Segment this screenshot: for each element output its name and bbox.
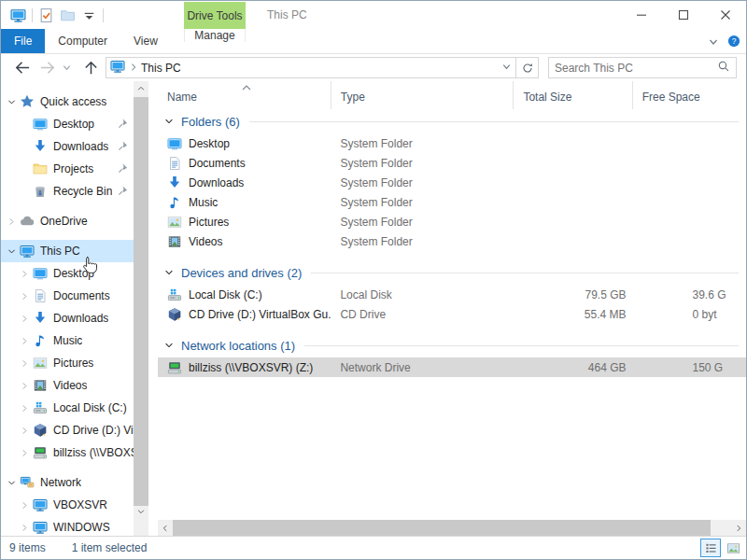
drive-tools-contextual-tab[interactable]: Drive Tools: [184, 2, 246, 29]
sidebar-item-cd-drive-d-vir[interactable]: CD Drive (D:) Vir: [1, 419, 134, 441]
chevron-down-icon[interactable]: [163, 116, 175, 127]
file-name: Documents: [189, 157, 246, 170]
chevron-down-icon[interactable]: [163, 267, 175, 278]
sidebar-item-downloads[interactable]: Downloads: [1, 307, 134, 329]
sidebar-item-documents[interactable]: Documents: [1, 285, 134, 307]
search-input[interactable]: [555, 62, 717, 75]
column-header-total-size[interactable]: Total Size: [514, 81, 632, 109]
sidebar-item-label: Documents: [53, 289, 110, 302]
column-header-type[interactable]: Type: [331, 81, 514, 109]
chev-right-icon: [18, 314, 31, 324]
collapse-ribbon-icon[interactable]: [707, 35, 720, 49]
sidebar-scrollbar[interactable]: [134, 81, 148, 536]
chev-right-icon: [18, 448, 31, 458]
forward-button[interactable]: [36, 59, 59, 77]
up-button[interactable]: [79, 59, 102, 77]
sidebar-item-downloads[interactable]: Downloads: [1, 135, 134, 158]
group-header-devices-and-drives-2[interactable]: Devices and drives (2): [158, 260, 746, 285]
address-dropdown-icon[interactable]: [501, 62, 512, 75]
file-row-documents[interactable]: DocumentsSystem Folder: [158, 153, 746, 173]
breadcrumb[interactable]: This PC: [141, 62, 181, 75]
search-icon[interactable]: [717, 60, 730, 76]
view-toggle-buttons: [700, 539, 743, 557]
separator: [103, 8, 104, 22]
file-row-videos[interactable]: VideosSystem Folder: [158, 231, 746, 251]
sidebar-item-this-pc[interactable]: This PC: [1, 240, 134, 262]
column-header-free-space[interactable]: Free Space: [633, 81, 746, 109]
computer-icon[interactable]: [10, 7, 26, 23]
maximize-button[interactable]: [662, 1, 704, 28]
sidebar-item-music[interactable]: Music: [1, 329, 134, 352]
properties-check-icon[interactable]: [38, 7, 54, 23]
file-name-cell: CD Drive (D:) VirtualBox Gu...: [158, 304, 331, 324]
file-row-pictures[interactable]: PicturesSystem Folder: [158, 212, 746, 231]
back-button[interactable]: [10, 59, 33, 77]
sidebar-item-projects[interactable]: Projects: [1, 158, 134, 180]
file-list-pane: NameTypeTotal SizeFree Space Folders (6)…: [158, 81, 746, 536]
ribbon-tab-row: FileComputerViewManage ?: [1, 29, 746, 54]
sidebar-scrollbar-thumb[interactable]: [134, 97, 148, 506]
group-header-network-locations-1[interactable]: Network locations (1): [158, 333, 746, 357]
new-folder-icon[interactable]: [60, 7, 76, 23]
ribbon-tab-manage[interactable]: Manage: [184, 29, 246, 42]
sidebar-item-desktop[interactable]: Desktop: [1, 113, 134, 135]
scroll-down-icon[interactable]: [134, 504, 148, 519]
scroll-left-icon[interactable]: [158, 520, 173, 536]
file-row-billziss-vboxsvr-z[interactable]: billziss (\\VBOXSVR) (Z:)Network Drive46…: [158, 357, 746, 377]
navigation-bar: This PC: [1, 54, 746, 81]
sidebar-item-onedrive[interactable]: OneDrive: [1, 210, 134, 232]
sidebar-item-quick-access[interactable]: Quick access: [1, 91, 134, 113]
sidebar-item-recycle-bin[interactable]: Recycle Bin: [1, 180, 134, 203]
videos-icon: [167, 234, 182, 249]
file-row-downloads[interactable]: DownloadsSystem Folder: [158, 173, 746, 192]
column-header-name[interactable]: Name: [158, 81, 331, 109]
group-header-folders-6[interactable]: Folders (6): [158, 109, 746, 133]
sidebar-item-videos[interactable]: Videos: [1, 374, 134, 397]
documents-icon: [167, 156, 182, 171]
scroll-right-icon[interactable]: [731, 520, 746, 536]
details-view-button[interactable]: [700, 539, 721, 557]
ribbon-tab-computer[interactable]: Computer: [45, 29, 120, 53]
file-type-cell: System Folder: [331, 133, 513, 153]
file-name-cell: billziss (\\VBOXSVR) (Z:): [158, 357, 331, 377]
file-name: Pictures: [189, 216, 229, 229]
pin-icon: [117, 140, 129, 152]
scroll-up-icon[interactable]: [134, 81, 148, 96]
horizontal-scrollbar-thumb[interactable]: [173, 520, 711, 536]
quick-access-toolbar: [1, 7, 104, 23]
qat-customize-icon[interactable]: [81, 7, 97, 23]
thumbnails-view-button[interactable]: [723, 539, 743, 557]
refresh-button[interactable]: [516, 57, 539, 78]
search-box[interactable]: [548, 57, 737, 78]
address-bar[interactable]: This PC: [106, 57, 516, 78]
file-row-cd-drive-d-virtualbox-gu[interactable]: CD Drive (D:) VirtualBox Gu...CD Drive55…: [158, 304, 746, 324]
sidebar-item-pictures[interactable]: Pictures: [1, 352, 134, 374]
ribbon-tab-view[interactable]: View: [120, 29, 171, 53]
group-label: Network locations (1): [181, 339, 295, 353]
file-row-local-disk-c[interactable]: Local Disk (C:)Local Disk79.5 GB39.6 G: [158, 285, 746, 304]
close-button[interactable]: [704, 1, 746, 28]
free-space-cell: [631, 192, 746, 212]
file-type-cell: System Folder: [331, 212, 513, 231]
help-icon[interactable]: ?: [727, 35, 740, 48]
recent-locations-icon[interactable]: [59, 63, 74, 73]
sidebar-item-local-disk-c[interactable]: Local Disk (C:): [1, 397, 134, 419]
file-row-desktop[interactable]: DesktopSystem Folder: [158, 133, 746, 153]
sidebar-item-network[interactable]: Network: [1, 471, 134, 494]
file-row-music[interactable]: MusicSystem Folder: [158, 192, 746, 212]
file-type-cell: System Folder: [331, 192, 513, 212]
breadcrumb-chevron-icon[interactable]: [129, 62, 138, 75]
total-size-cell: [514, 212, 632, 231]
chevron-down-icon[interactable]: [163, 340, 175, 351]
minimize-button[interactable]: [620, 1, 662, 28]
sidebar-item-windows[interactable]: WINDOWS: [1, 516, 134, 536]
total-size-cell: [514, 231, 632, 251]
sidebar-item-billziss-vboxs[interactable]: billziss (\\VBOXS: [1, 441, 134, 464]
desktop-icon: [33, 266, 48, 281]
sidebar-item-desktop[interactable]: Desktop: [1, 262, 134, 285]
ribbon-tab-file[interactable]: File: [1, 29, 45, 53]
sidebar-item-vboxsvr[interactable]: VBOXSVR: [1, 494, 134, 516]
horizontal-scrollbar[interactable]: [158, 520, 746, 536]
chev-right-icon: [18, 500, 31, 511]
total-size-cell: 55.4 MB: [514, 304, 632, 324]
